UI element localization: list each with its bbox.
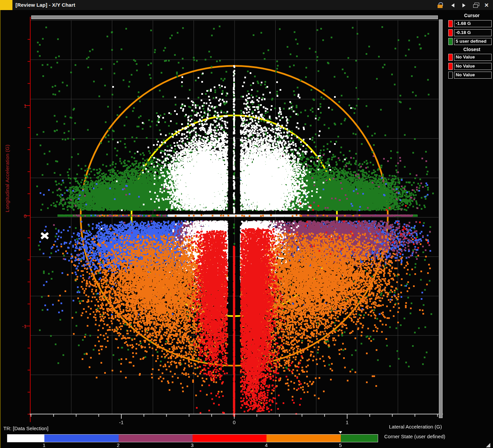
- x-axis-tick-label: -1: [119, 419, 123, 425]
- color-bar-tick-label: 3: [191, 442, 194, 448]
- channel-color-swatch: [448, 54, 453, 61]
- window-title: [Review Lap] - X/Y Chart: [15, 2, 75, 8]
- color-bar-tick-label: 2: [117, 442, 119, 448]
- color-bar-cursor-marker-icon: [339, 431, 342, 434]
- color-bar-segment: [119, 435, 193, 442]
- color-bar-segment: [266, 435, 340, 442]
- color-bar-segment: [7, 435, 44, 442]
- channel-color-swatch: [448, 63, 453, 70]
- corner-state-color-bar[interactable]: [7, 434, 378, 442]
- next-arrow-icon[interactable]: [461, 2, 467, 8]
- closest-value: No Value: [454, 54, 492, 61]
- color-bar-tick-label: 5: [339, 442, 342, 448]
- closest-panel-header: Closest: [452, 47, 492, 52]
- y-axis-title: Longitudinal Acceleration (G): [4, 145, 10, 212]
- cursor-value: 5 user defined: [454, 38, 492, 45]
- y-axis-tick-label: 1: [24, 103, 27, 109]
- closest-value: No Value: [454, 72, 492, 79]
- color-bar-tick-label: 1: [43, 442, 45, 448]
- previous-arrow-icon[interactable]: [450, 2, 456, 8]
- cursor-panel-header: Cursor: [452, 13, 492, 18]
- y-axis-tick-label: 0: [24, 213, 27, 219]
- gg-diagram-plot[interactable]: [0, 0, 493, 448]
- close-icon[interactable]: ✕: [484, 2, 490, 8]
- color-bar-segment: [44, 435, 118, 442]
- channel-color-swatch: [448, 72, 453, 79]
- tr-channel-label: TR: [Data Selection]: [3, 425, 48, 431]
- restore-window-icon[interactable]: [473, 2, 480, 8]
- x-axis-tick-label: 1: [346, 419, 348, 425]
- vertical-scrollbar[interactable]: [439, 19, 443, 418]
- color-bar-segment: [193, 435, 266, 442]
- window-left-border: [0, 10, 1, 448]
- x-axis-tick-label: 0: [233, 419, 236, 425]
- color-bar-segment: [341, 435, 378, 442]
- workbook-corner-swatch[interactable]: [0, 0, 12, 10]
- resize-grip-icon[interactable]: [486, 443, 490, 447]
- cursor-value: -1.68 G: [454, 20, 492, 27]
- cursor-value: -0.18 G: [454, 29, 492, 36]
- lock-icon[interactable]: [437, 2, 443, 8]
- y-axis-tick-label: -1: [22, 323, 27, 329]
- color-bar-tick-label: 4: [265, 442, 268, 448]
- x-axis-title: Lateral Acceleration (G): [334, 424, 442, 430]
- horizontal-scrollbar[interactable]: [31, 15, 438, 19]
- channel-color-swatch: [448, 20, 453, 27]
- channel-color-swatch: [448, 38, 453, 45]
- channel-color-swatch: [448, 29, 453, 36]
- title-bar: [Review Lap] - X/Y Chart ✕: [0, 0, 493, 10]
- closest-value: No Value: [454, 63, 492, 70]
